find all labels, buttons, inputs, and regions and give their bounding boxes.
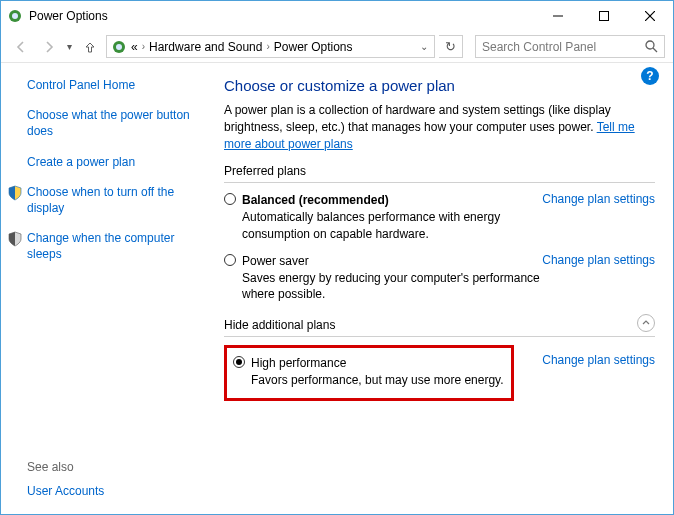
- breadcrumb-hardware[interactable]: Hardware and Sound: [149, 40, 262, 54]
- forward-button[interactable]: [37, 35, 61, 59]
- recent-dropdown-icon[interactable]: ▾: [65, 41, 74, 52]
- radio-unchecked-icon[interactable]: [224, 254, 236, 266]
- change-plan-settings-link[interactable]: Change plan settings: [542, 345, 655, 367]
- plan-power-saver[interactable]: Power saver Change plan settings Saves e…: [224, 252, 655, 312]
- intro-text: A power plan is a collection of hardware…: [224, 102, 655, 152]
- breadcrumb-power[interactable]: Power Options: [274, 40, 353, 54]
- divider: [224, 336, 655, 337]
- search-placeholder: Search Control Panel: [482, 40, 596, 54]
- shield-icon: [7, 231, 23, 247]
- sidebar-turn-off-display[interactable]: Choose when to turn off the display: [27, 184, 204, 216]
- divider: [224, 182, 655, 183]
- window-title: Power Options: [29, 9, 535, 23]
- plan-name: Power saver: [242, 254, 309, 268]
- sidebar-choose-button[interactable]: Choose what the power button does: [27, 107, 204, 139]
- refresh-button[interactable]: ↻: [439, 35, 463, 58]
- help-icon[interactable]: ?: [641, 67, 659, 85]
- plan-desc: Favors performance, but may use more ene…: [251, 372, 505, 388]
- highlight-box: High performance Favors performance, but…: [224, 345, 514, 401]
- plan-balanced[interactable]: Balanced (recommended) Change plan setti…: [224, 191, 655, 251]
- sidebar-computer-sleeps[interactable]: Change when the computer sleeps: [27, 230, 204, 262]
- toolbar: ▾ « › Hardware and Sound › Power Options…: [1, 31, 673, 63]
- svg-line-9: [653, 48, 657, 52]
- radio-checked-icon[interactable]: [233, 356, 245, 368]
- svg-point-7: [116, 44, 122, 50]
- breadcrumb-prefix: «: [131, 40, 138, 54]
- plan-desc: Automatically balances performance with …: [242, 209, 542, 241]
- svg-point-8: [646, 41, 654, 49]
- plan-name: High performance: [251, 356, 346, 370]
- chevron-right-icon: ›: [262, 41, 273, 52]
- sidebar-user-accounts[interactable]: User Accounts: [27, 484, 104, 498]
- search-input[interactable]: Search Control Panel: [475, 35, 665, 58]
- change-plan-settings-link[interactable]: Change plan settings: [542, 253, 655, 267]
- plan-desc: Saves energy by reducing your computer's…: [242, 270, 542, 302]
- titlebar: Power Options: [1, 1, 673, 31]
- up-button[interactable]: [78, 35, 102, 59]
- change-plan-settings-link[interactable]: Change plan settings: [542, 192, 655, 206]
- minimize-button[interactable]: [535, 1, 581, 31]
- maximize-button[interactable]: [581, 1, 627, 31]
- hide-additional-label[interactable]: Hide additional plans: [224, 318, 655, 332]
- control-panel-icon: [111, 39, 127, 55]
- sidebar: Control Panel Home Choose what the power…: [1, 63, 214, 514]
- plan-name: Balanced (recommended): [242, 193, 389, 207]
- address-bar[interactable]: « › Hardware and Sound › Power Options ⌄: [106, 35, 435, 58]
- sidebar-home[interactable]: Control Panel Home: [27, 77, 204, 93]
- radio-unchecked-icon[interactable]: [224, 193, 236, 205]
- preferred-plans-label: Preferred plans: [224, 164, 655, 178]
- shield-icon: [7, 185, 23, 201]
- page-title: Choose or customize a power plan: [224, 77, 655, 94]
- svg-point-1: [12, 13, 18, 19]
- address-dropdown-icon[interactable]: ⌄: [418, 41, 430, 52]
- main-content: ? Choose or customize a power plan A pow…: [214, 63, 673, 514]
- back-button[interactable]: [9, 35, 33, 59]
- power-options-icon: [7, 8, 23, 24]
- close-button[interactable]: [627, 1, 673, 31]
- plan-high-performance[interactable]: High performance Favors performance, but…: [233, 354, 505, 388]
- search-icon: [645, 40, 658, 53]
- svg-rect-3: [600, 12, 609, 21]
- sidebar-create-plan[interactable]: Create a power plan: [27, 154, 204, 170]
- see-also-label: See also: [27, 460, 74, 474]
- chevron-right-icon: ›: [138, 41, 149, 52]
